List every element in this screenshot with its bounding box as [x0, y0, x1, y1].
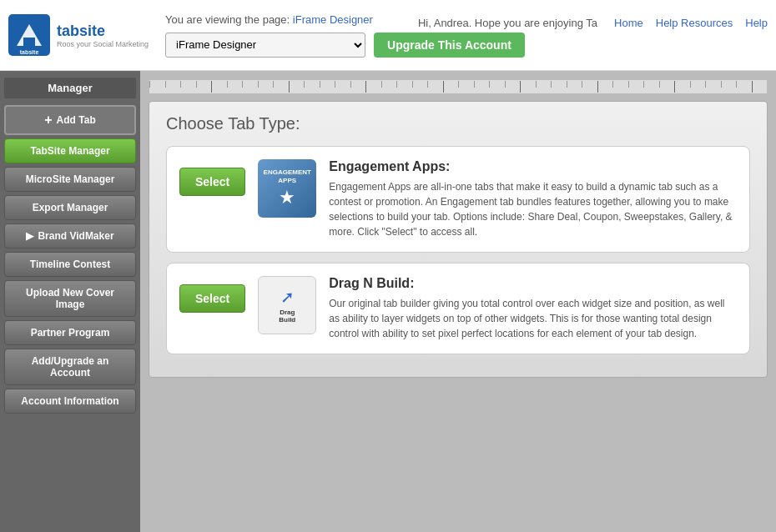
ruler-tick — [350, 81, 366, 88]
svg-text:tabsite: tabsite — [20, 49, 39, 55]
nav-home[interactable]: Home — [614, 17, 643, 29]
ruler-tick — [674, 81, 690, 93]
content-area: Choose Tab Type: Select ENGAGEMENTAPPS ★… — [140, 71, 776, 532]
add-tab-button[interactable]: + Add Tab — [4, 105, 136, 135]
main-layout: Manager + Add Tab TabSite Manager MicroS… — [0, 71, 776, 532]
ruler-tick — [443, 81, 459, 93]
drag-icon-label: DragBuild — [279, 309, 295, 324]
header: tabsite tabsite Roos your Social Marketi… — [0, 0, 776, 71]
cursor-icon: ➚ — [280, 287, 295, 307]
ruler-tick — [365, 81, 381, 93]
ruler-tick — [659, 81, 675, 88]
ruler-tick — [396, 81, 412, 88]
choose-tab-title: Choose Tab Type: — [166, 114, 750, 133]
greeting-text: Hi, Andrea. Hope you are enjoying Ta — [418, 17, 597, 29]
engagement-apps-icon: ENGAGEMENTAPPS ★ — [258, 159, 316, 218]
dropdown-row: iFrame Designer Upgrade This Account — [165, 33, 768, 58]
choose-tab-panel: Choose Tab Type: Select ENGAGEMENTAPPS ★… — [149, 101, 768, 378]
ruler-tick — [149, 81, 165, 88]
upload-cover-button[interactable]: Upload New Cover Image — [4, 280, 136, 317]
account-info-button[interactable]: Account Information — [4, 389, 136, 414]
ruler-inner — [149, 81, 767, 93]
ruler-tick — [628, 81, 644, 88]
page-dropdown[interactable]: iFrame Designer — [165, 33, 365, 58]
export-manager-button[interactable]: Export Manager — [4, 195, 136, 220]
ruler-tick — [474, 81, 490, 88]
ruler-tick — [612, 81, 628, 88]
drag-n-build-title: Drag N Build: — [329, 276, 737, 291]
ruler-tick — [427, 81, 443, 88]
ruler-tick — [505, 81, 521, 88]
drag-n-build-select-button[interactable]: Select — [179, 284, 245, 313]
ruler-tick — [412, 81, 428, 88]
ruler-tick — [752, 81, 768, 93]
plus-icon: + — [44, 113, 52, 128]
nav-help-resources[interactable]: Help Resources — [656, 17, 733, 29]
ruler-tick — [196, 81, 212, 88]
microsite-manager-button[interactable]: MicroSite Manager — [4, 167, 136, 192]
ruler-tick — [320, 81, 335, 88]
ruler-tick — [551, 81, 567, 88]
drag-n-build-description: Our original tab builder giving you tota… — [329, 296, 737, 341]
engagement-apps-card: Select ENGAGEMENTAPPS ★ Engagement Apps:… — [166, 146, 750, 253]
engagement-apps-content: Engagement Apps: Engagement Apps are all… — [329, 159, 737, 239]
engagement-apps-icon-text: ENGAGEMENTAPPS — [264, 168, 311, 184]
ruler-tick — [180, 81, 196, 88]
brand-tagline: Roos your Social Marketing — [57, 40, 149, 48]
timeline-contest-button[interactable]: Timeline Contest — [4, 252, 136, 277]
engagement-apps-title: Engagement Apps: — [329, 159, 737, 174]
ruler-tick — [381, 81, 397, 88]
nav-help[interactable]: Help — [745, 17, 768, 29]
brand-name: tabsite — [57, 23, 149, 40]
ruler-tick — [335, 81, 350, 88]
ruler-tick — [211, 81, 227, 93]
ruler-tick — [489, 81, 505, 88]
ruler-tick — [567, 81, 582, 88]
ruler — [149, 79, 768, 94]
ruler-tick — [690, 81, 706, 88]
brand-vidmaker-button[interactable]: ▶ Brand VidMaker — [4, 223, 136, 248]
add-upgrade-button[interactable]: Add/Upgrade an Account — [4, 349, 136, 385]
ruler-tick — [258, 81, 274, 88]
ruler-tick — [242, 81, 258, 88]
sidebar: Manager + Add Tab TabSite Manager MicroS… — [0, 71, 140, 532]
star-icon: ★ — [279, 187, 295, 208]
ruler-tick — [165, 81, 181, 88]
ruler-tick — [597, 81, 613, 93]
ruler-tick — [705, 81, 721, 88]
ruler-tick — [520, 81, 536, 93]
page-link[interactable]: iFrame Designer — [293, 13, 373, 26]
ruler-tick — [227, 81, 243, 88]
manager-label: Manager — [4, 78, 136, 98]
logo-area: tabsite tabsite Roos your Social Marketi… — [8, 14, 149, 56]
ruler-tick — [273, 81, 289, 88]
ruler-tick — [304, 81, 320, 88]
ruler-tick — [721, 81, 737, 88]
drag-n-build-card: Select ➚ DragBuild Drag N Build: Our ori… — [166, 263, 750, 354]
upgrade-button[interactable]: Upgrade This Account — [374, 33, 525, 58]
partner-program-button[interactable]: Partner Program — [4, 320, 136, 345]
tabsite-manager-button[interactable]: TabSite Manager — [4, 138, 136, 163]
ruler-tick — [536, 81, 552, 88]
tabsite-logo: tabsite — [8, 14, 50, 56]
ruler-tick — [582, 81, 597, 88]
ruler-tick — [643, 81, 659, 88]
header-right: Hi, Andrea. Hope you are enjoying Ta Hom… — [418, 17, 768, 29]
ruler-tick — [736, 81, 752, 88]
engagement-apps-description: Engagement Apps are all-in-one tabs that… — [329, 179, 737, 239]
drag-n-build-content: Drag N Build: Our original tab builder g… — [329, 276, 737, 341]
nav-links: Home Help Resources Help — [614, 17, 768, 29]
svg-rect-2 — [23, 38, 35, 46]
ruler-tick — [289, 81, 305, 93]
drag-n-build-icon: ➚ DragBuild — [258, 276, 316, 334]
ruler-tick — [458, 81, 474, 88]
video-icon: ▶ — [26, 230, 33, 242]
engagement-apps-select-button[interactable]: Select — [179, 168, 245, 196]
